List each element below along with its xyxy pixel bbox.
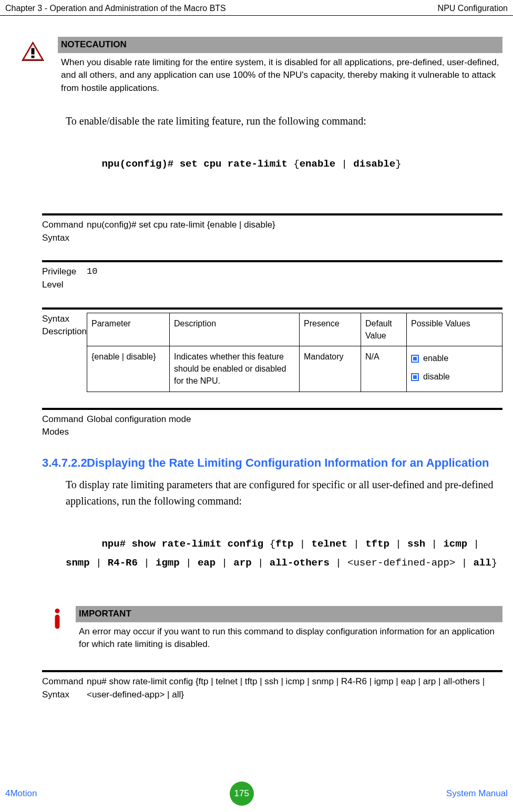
info-icon [53,608,64,631]
cell-def: N/A [361,346,407,392]
opt: eap [198,557,216,569]
page-footer: 4Motion 175 System Manual [0,782,513,806]
command-syntax-label-2: Command Syntax [42,675,87,701]
svg-rect-5 [55,615,60,629]
pipe: | [455,557,473,569]
command-modes-row: Command Modes Global configuration mode [42,408,502,439]
cmd-pipe: | [335,158,353,170]
pipe: | [293,538,311,550]
command-syntax-row-2: Command Syntax npu# show rate-limit conf… [42,670,502,701]
opt: arp [233,557,251,569]
note-caution-block: NOTECAUTION When you disable rate limiti… [21,37,502,98]
svg-rect-2 [32,48,35,55]
poss-disable: disable [423,372,450,381]
cmd-prefix: npu(config)# set cpu rate-limit [101,158,293,170]
opt: R4-R6 [108,557,138,569]
opt: ftp [275,538,293,550]
table-row: {enable | disable} Indicates whether thi… [87,346,502,392]
opt-all: all [473,557,491,569]
table-header-row: Parameter Description Presence Default V… [87,313,502,346]
opt: snmp [66,557,90,569]
pipe: | [138,557,156,569]
header-right: NPU Configuration [438,2,508,14]
command-syntax-label: Command Syntax [42,219,87,244]
cell-poss: enable disable [407,346,502,392]
opt: icmp [443,538,467,550]
svg-rect-3 [32,56,35,58]
note-body: When you disable rate limiting for the e… [58,53,502,98]
col-parameter: Parameter [87,313,170,346]
opt: igmp [156,557,180,569]
opt: telnet [312,538,347,550]
svg-point-4 [55,609,60,613]
brace-open: { [270,538,275,550]
privilege-level-value: 10 [87,265,502,291]
opt: all-others [270,557,330,569]
command-syntax-value-2: npu# show rate-limit config {ftp | telne… [87,675,502,701]
col-possible: Possible Values [407,313,502,346]
syntax-table: Parameter Description Presence Default V… [87,313,502,392]
syntax-description-label: Syntax Description [42,313,87,392]
note-title: NOTECAUTION [58,37,502,53]
brace-close: } [395,158,401,170]
opt: tftp [365,538,389,550]
privilege-level-label: Privilege Level [42,265,87,291]
opt-user-app: <user-defined-app> [347,557,455,569]
intro-line: To enable/disable the rate limiting feat… [66,113,502,129]
page-header: Chapter 3 - Operation and Administration… [0,0,513,16]
command-syntax-value: npu(config)# set cpu rate-limit {enable … [87,219,502,244]
cell-pres: Mandatory [300,346,361,392]
privilege-level-row: Privilege Level 10 [42,260,502,291]
square-bullet-icon [411,355,419,363]
col-presence: Presence [300,313,361,346]
warning-icon [21,41,45,61]
important-title: IMPORTANT [76,606,502,622]
cmd-prefix: npu# show rate-limit config [101,538,269,550]
footer-right: System Manual [446,787,508,800]
pipe: | [347,538,365,550]
section-command: npu# show rate-limit config {ftp | telne… [66,516,502,591]
important-body: An error may occur if you want to run th… [76,622,502,654]
brace-open: { [293,158,299,170]
pipe: | [330,557,347,569]
section-body: To display rate limiting parameters that… [66,477,502,509]
cell-param: {enable | disable} [87,346,170,392]
page-number-badge: 175 [230,782,254,806]
pipe: | [389,538,407,550]
command-modes-label: Command Modes [42,413,87,439]
important-block: IMPORTANT An error may occur if you want… [53,606,502,654]
intro-command: npu(config)# set cpu rate-limit {enable … [66,136,502,192]
pipe: | [252,557,270,569]
header-left: Chapter 3 - Operation and Administration… [5,2,226,14]
pipe: | [425,538,443,550]
cmd-opt-enable: enable [300,158,335,170]
command-syntax-row: Command Syntax npu(config)# set cpu rate… [42,213,502,244]
pipe: | [467,538,485,550]
pipe: | [216,557,233,569]
cmd-opt-disable: disable [353,158,395,170]
section-heading: 3.4.7.2.2 Displaying the Rate Limiting C… [42,455,502,471]
col-description: Description [170,313,300,346]
pipe: | [180,557,198,569]
brace-close: } [491,557,497,569]
cell-desc: Indicates whether this feature should be… [170,346,300,392]
opt: ssh [407,538,425,550]
pipe: | [90,557,108,569]
col-default: Default Value [361,313,407,346]
syntax-description-row: Syntax Description Parameter Description… [42,307,502,392]
square-bullet-icon [411,373,419,381]
section-title: Displaying the Rate Limiting Configurati… [87,455,502,471]
poss-enable: enable [423,354,448,363]
command-modes-value: Global configuration mode [87,413,502,439]
section-number: 3.4.7.2.2 [42,455,87,471]
footer-left: 4Motion [5,787,37,800]
